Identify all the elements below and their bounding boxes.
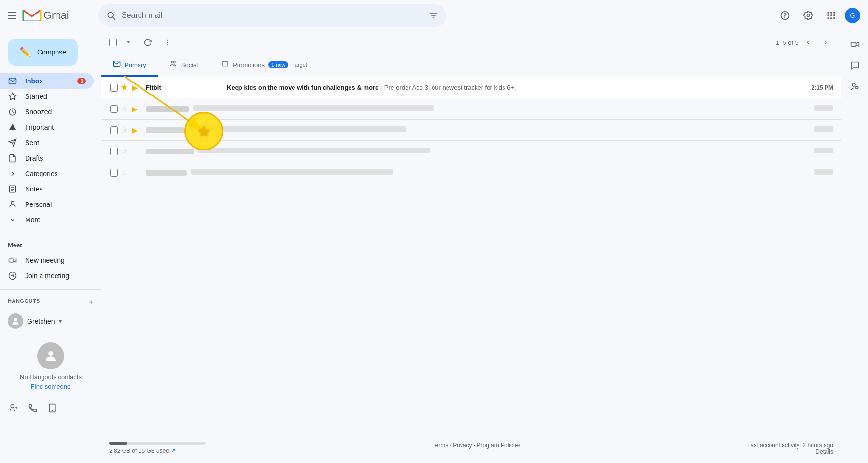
primary-tab-icon <box>113 60 121 69</box>
compose-button[interactable]: ✏️ Compose <box>8 39 78 66</box>
promotions-tab-label: Promotions <box>233 61 265 68</box>
email-subject-blur <box>194 148 795 155</box>
tab-primary[interactable]: Primary <box>101 54 158 77</box>
promotions-badge: 1 new <box>268 61 288 68</box>
add-hangout-icon[interactable]: + <box>88 298 94 308</box>
hamburger-menu-button[interactable] <box>8 10 19 21</box>
email-subject-blur-inner <box>193 105 434 111</box>
right-panel-meet-icon[interactable] <box>845 35 865 54</box>
search-input[interactable] <box>122 11 423 20</box>
email-row[interactable]: ☆ ▶ <box>101 162 841 183</box>
search-icon <box>106 11 116 20</box>
important-icon <box>8 123 17 132</box>
pagination-info: 1–5 of 5 <box>776 35 833 50</box>
email-subject-blur <box>189 105 795 112</box>
promotions-tab-icon <box>221 60 229 69</box>
send-icon <box>8 138 17 147</box>
social-tab-icon <box>169 60 177 69</box>
svg-point-38 <box>173 61 175 63</box>
important-marker: ▶ <box>132 169 142 177</box>
new-meeting-label: New meeting <box>25 257 86 264</box>
svg-rect-9 <box>830 14 832 16</box>
pagination-text: 1–5 of 5 <box>776 39 798 46</box>
search-tune-icon[interactable] <box>429 11 438 20</box>
starred-label: Starred <box>25 93 86 100</box>
next-page-button[interactable] <box>818 35 833 50</box>
sidebar-item-inbox[interactable]: Inbox 3 <box>0 73 94 89</box>
storage-section: 2.82 GB of 15 GB used ↗ <box>109 442 206 454</box>
email-checkbox[interactable] <box>109 84 119 92</box>
sidebar-item-drafts[interactable]: Drafts <box>0 150 94 166</box>
search-bar[interactable] <box>98 4 446 27</box>
avatar[interactable]: G <box>845 8 860 23</box>
email-time-blur <box>795 126 833 134</box>
right-panel-chat-icon[interactable] <box>845 56 865 75</box>
sidebar-item-personal[interactable]: Personal <box>0 197 94 212</box>
svg-point-41 <box>855 86 858 89</box>
sidebar-item-join-meeting[interactable]: Join a meeting <box>0 268 94 284</box>
important-marker: ▶ <box>132 126 142 134</box>
email-row[interactable]: ☆ ▶ <box>101 141 841 162</box>
star-button[interactable]: ☆ <box>121 147 130 156</box>
email-checkbox[interactable] <box>109 105 119 113</box>
svg-rect-5 <box>828 12 829 14</box>
svg-point-27 <box>14 318 17 321</box>
sidebar-item-snoozed[interactable]: Snoozed <box>0 104 94 120</box>
email-checkbox[interactable] <box>109 126 119 134</box>
phone-icon[interactable] <box>27 402 39 414</box>
details-link[interactable]: Details <box>815 449 833 455</box>
privacy-link[interactable]: Privacy <box>453 442 472 449</box>
storage-link[interactable]: ↗ <box>171 448 176 454</box>
terms-link[interactable]: Terms <box>433 442 448 449</box>
last-activity-text: Last account activity: 2 hours ago <box>747 442 833 449</box>
sidebar-divider-1 <box>0 232 101 232</box>
svg-rect-24 <box>9 259 14 262</box>
topbar: Gmail G <box>0 0 868 31</box>
email-checkbox[interactable] <box>109 169 119 177</box>
sidebar-item-new-meeting[interactable]: New meeting <box>0 253 94 268</box>
sidebar-item-sent[interactable]: Sent <box>0 135 94 150</box>
star-button[interactable]: ☆ <box>121 104 130 113</box>
policies-link[interactable]: Program Policies <box>477 442 521 449</box>
prev-page-button[interactable] <box>800 35 816 50</box>
join-meeting-label: Join a meeting <box>25 272 86 280</box>
right-panel-spaces-icon[interactable] <box>845 77 865 96</box>
refresh-button[interactable] <box>140 35 155 50</box>
add-person-icon[interactable] <box>8 402 19 414</box>
tab-promotions[interactable]: Promotions 1 new Target <box>210 54 319 77</box>
svg-marker-16 <box>9 124 16 131</box>
find-someone-link[interactable]: Find someone <box>31 383 70 390</box>
hangouts-user-gretchen[interactable]: Gretchen ▾ <box>8 312 94 331</box>
no-contacts-avatar <box>37 342 64 369</box>
svg-marker-14 <box>9 93 16 100</box>
email-subject-blur-inner <box>191 169 393 175</box>
sidebar-item-important[interactable]: Important <box>0 120 94 135</box>
email-row[interactable]: ☆ ▶ <box>101 120 841 141</box>
email-checkbox[interactable] <box>109 148 119 155</box>
inbox-badge: 3 <box>77 78 86 84</box>
compose-pencil-icon: ✏️ <box>19 46 31 58</box>
star-button[interactable]: ★ <box>121 83 130 92</box>
star-button[interactable]: ☆ <box>121 168 130 177</box>
select-dropdown-button[interactable] <box>121 35 136 50</box>
email-row[interactable]: ★ ▶ Fitbit Keep kids on the move with fu… <box>101 77 841 98</box>
email-list: ★ ▶ Fitbit Keep kids on the move with fu… <box>101 77 841 434</box>
sidebar-item-more[interactable]: More <box>0 212 94 228</box>
inbox-icon <box>8 77 17 85</box>
sidebar-item-starred[interactable]: Starred <box>0 89 94 104</box>
help-button[interactable] <box>775 6 795 25</box>
call-icon[interactable] <box>46 402 58 414</box>
sidebar-bottom-icons <box>0 398 101 418</box>
sidebar-item-categories[interactable]: Categories <box>0 166 94 181</box>
meet-section: Meet New meeting Join a meeting <box>0 236 101 286</box>
tab-social[interactable]: Social <box>158 54 210 77</box>
hangouts-title: Hangouts <box>8 298 40 304</box>
select-all-checkbox[interactable] <box>109 39 117 46</box>
star-button[interactable]: ☆ <box>121 125 130 135</box>
apps-button[interactable] <box>822 6 841 25</box>
settings-button[interactable] <box>798 6 818 25</box>
sidebar-item-notes[interactable]: Notes <box>0 181 94 197</box>
more-options-button[interactable] <box>159 35 175 50</box>
important-marker: ▶ <box>132 105 142 113</box>
email-row[interactable]: ☆ ▶ <box>101 98 841 120</box>
